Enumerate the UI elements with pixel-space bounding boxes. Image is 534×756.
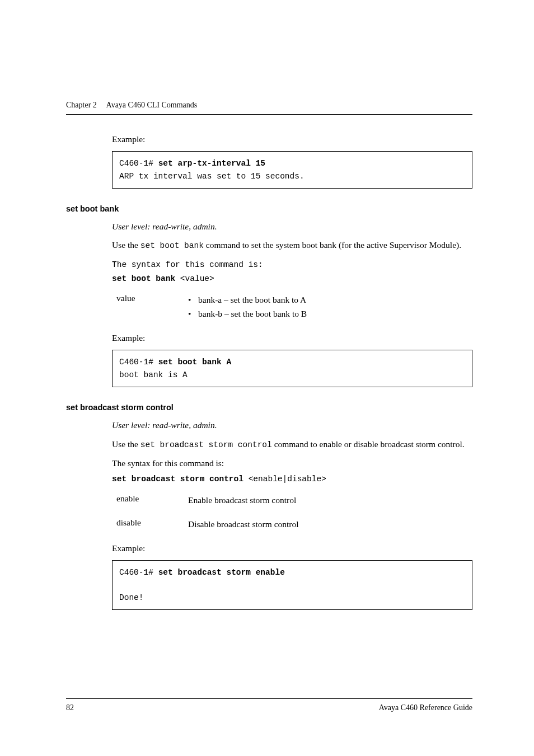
page-number: 82 <box>66 703 74 712</box>
example-label: Example: <box>112 542 472 555</box>
footer: 82 Avaya C460 Reference Guide <box>66 698 472 712</box>
code-prompt: C460-1# <box>119 159 158 168</box>
code-example-broadcast: C460-1# set broadcast storm enable Done! <box>112 560 472 610</box>
description: Use the set broadcast storm control comm… <box>112 438 472 452</box>
desc-post: command to enable or disable broadcast s… <box>272 439 465 449</box>
code-command: set broadcast storm enable <box>158 568 285 577</box>
bullet-text: bank-b – set the boot bank to B <box>198 307 307 321</box>
description: Use the set boot bank command to set the… <box>112 238 472 252</box>
param-desc: Disable broadcast storm control <box>188 518 472 532</box>
section-arp-continuation: Example: C460-1# set arp-tx-interval 15 … <box>112 133 472 189</box>
desc-pre: Use the <box>112 439 140 449</box>
param-desc: Enable broadcast storm control <box>188 494 472 508</box>
code-prompt: C460-1# <box>119 568 158 577</box>
code-example-arp: C460-1# set arp-tx-interval 15 ARP tx in… <box>112 151 472 189</box>
footer-title: Avaya C460 Reference Guide <box>379 703 472 712</box>
section-set-boot-bank: set boot bank User level: read-write, ad… <box>112 204 472 387</box>
code-output: boot bank is A <box>119 370 188 379</box>
desc-cmd: set boot bank <box>140 241 204 250</box>
param-desc: •bank-a – set the boot bank to A •bank-b… <box>188 293 472 321</box>
bullet-icon: • <box>188 293 198 307</box>
section-set-broadcast-storm-control: set broadcast storm control User level: … <box>112 403 472 610</box>
param-name: enable <box>116 494 188 508</box>
param-row-enable: enable Enable broadcast storm control <box>116 494 472 508</box>
code-example-bootbank: C460-1# set boot bank A boot bank is A <box>112 350 472 387</box>
param-row-disable: disable Disable broadcast storm control <box>116 518 472 532</box>
desc-cmd: set broadcast storm control <box>140 440 272 449</box>
code-command: set boot bank A <box>158 358 232 367</box>
syntax-block: The syntax for this command is: set boot… <box>112 258 472 285</box>
chapter-title: Avaya C460 CLI Commands <box>106 101 198 109</box>
heading-set-boot-bank: set boot bank <box>66 204 472 213</box>
user-level: User level: read-write, admin. <box>112 419 472 431</box>
running-head: Chapter 2 Avaya C460 CLI Commands <box>66 101 472 110</box>
param-row-value: value •bank-a – set the boot bank to A •… <box>116 293 472 321</box>
example-label: Example: <box>112 331 472 344</box>
syntax-intro: The syntax for this command is: <box>112 457 472 469</box>
desc-pre: Use the <box>112 240 140 250</box>
bullet-text: bank-a – set the boot bank to A <box>198 293 306 307</box>
example-label: Example: <box>112 133 472 145</box>
code-output: ARP tx interval was set to 15 seconds. <box>119 172 305 181</box>
desc-post: command to set the system boot bank (for… <box>204 240 461 250</box>
code-output: Done! <box>119 593 144 602</box>
param-name: disable <box>116 518 188 532</box>
user-level: User level: read-write, admin. <box>112 220 472 233</box>
syntax-intro: The syntax for this command is: <box>112 260 263 269</box>
bullet-icon: • <box>188 307 198 321</box>
param-name: value <box>116 293 188 321</box>
code-prompt: C460-1# <box>119 358 158 367</box>
bullet-2: •bank-b – set the boot bank to B <box>188 307 472 321</box>
heading-set-broadcast-storm-control: set broadcast storm control <box>66 403 472 412</box>
bullet-1: •bank-a – set the boot bank to A <box>188 293 472 307</box>
syntax-bold: set broadcast storm control <box>112 475 243 483</box>
code-command: set arp-tx-interval 15 <box>158 159 265 168</box>
syntax-arg: <enable|disable> <box>243 475 326 483</box>
syntax-line: set broadcast storm control <enable|disa… <box>112 472 472 486</box>
syntax-bold: set boot bank <box>112 274 175 283</box>
chapter-label: Chapter 2 <box>66 101 97 109</box>
page: Chapter 2 Avaya C460 CLI Commands Exampl… <box>0 0 534 756</box>
syntax-arg: <value> <box>175 274 214 283</box>
head-rule <box>66 114 472 115</box>
